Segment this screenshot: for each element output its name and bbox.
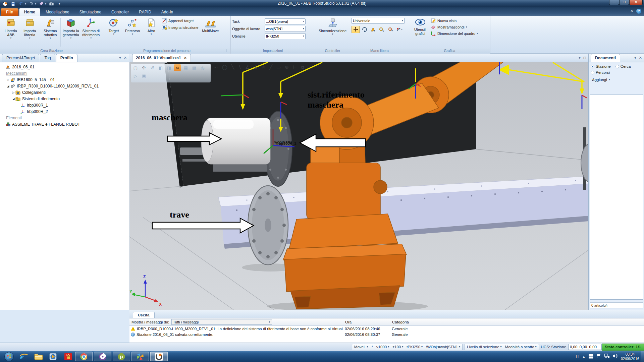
tab-uscita[interactable]: Uscita (133, 312, 155, 318)
sincronizzazione-button[interactable]: Sincronizzazione▾ (317, 17, 348, 37)
importa-libreria-button[interactable]: Importa libreria▾ (20, 17, 39, 41)
file-explorer-icon[interactable] (33, 352, 44, 361)
documents-list[interactable] (590, 95, 643, 300)
bittorrent-taskbar-button[interactable] (94, 352, 111, 361)
tree-item-irbp300r1[interactable]: Irbp300R_1 (1, 102, 129, 108)
view-shadow-icon[interactable]: ▩ (191, 64, 198, 71)
jog-reorient-tool-icon[interactable] (386, 26, 394, 33)
snap-layers-icon[interactable]: ⧉ (301, 64, 304, 70)
save-button[interactable] (10, 1, 16, 6)
tab-profilo[interactable]: Profilo (56, 54, 77, 62)
move-instruction-dropdown[interactable]: MoveL▾ (354, 345, 368, 349)
maximize-button[interactable]: ❐ (619, 0, 629, 5)
language-indicator[interactable]: IT (576, 354, 579, 359)
tree-item-station[interactable]: 2016_06_01 (1, 64, 129, 70)
utensili-grafici-button[interactable]: Utensili grafici (411, 17, 430, 37)
viewport-tab[interactable]: 2016_06_01:Visualizza1✕ (132, 54, 191, 62)
hidden-icons-chevron[interactable]: ▲ (582, 355, 585, 358)
tag-button[interactable] (38, 1, 44, 6)
zoom-fit-icon[interactable]: ✣ (141, 64, 147, 71)
snap-perp-icon[interactable]: ⊥ (254, 64, 258, 70)
orbit-icon[interactable]: ↺ (149, 64, 156, 71)
importa-geometria-button[interactable]: Importa la geometria▾ (61, 17, 80, 41)
tree-item-irbp300r2[interactable]: Irbp300R_2 (1, 108, 129, 115)
panel-menu-icon[interactable]: ▾ (119, 56, 121, 60)
redo-button[interactable] (28, 1, 34, 6)
nuova-vista-button[interactable]: Nuova vista (431, 18, 478, 23)
column-ora[interactable]: Ora (343, 320, 390, 324)
column-categoria[interactable]: Categoria (390, 320, 440, 324)
radio-percorsi[interactable]: Percorsi (591, 70, 610, 74)
sistema-robotico-button[interactable]: Sistema robotico▾ (41, 17, 60, 41)
tab-file[interactable]: File (1, 8, 18, 16)
tab-simulazione[interactable]: Simulazione (75, 8, 106, 16)
zone-dropdown[interactable]: z100▾ (392, 345, 403, 349)
redo-caret[interactable]: ▾ (35, 2, 36, 5)
snap-mode-dropdown[interactable]: Modalità a scatto▾ (505, 345, 537, 349)
show-desktop-button[interactable] (641, 351, 644, 362)
view-solid-icon[interactable]: ◧ (157, 64, 164, 71)
tab-percorsi-target[interactable]: Percorsi&Target (2, 54, 39, 62)
app-logo-icon[interactable] (2, 1, 8, 6)
perspective-icon[interactable]: ∞ (174, 64, 181, 71)
panel-close-icon[interactable]: ✕ (639, 56, 642, 60)
jog-linear-tool-icon[interactable] (378, 26, 386, 33)
expander-expanded-icon[interactable]: ◢ (6, 84, 10, 88)
mostra-nascondi-button[interactable]: Mostra/nascondi▾ (431, 24, 478, 30)
tree-item-irbp[interactable]: ◢ IRBP_R300_D1000-L1600_M2009_REV1_01 (1, 83, 129, 89)
snap-cross-icon[interactable]: ✕ (262, 64, 266, 70)
minimize-button[interactable]: — (609, 0, 619, 5)
jog-joint-tool-icon[interactable] (369, 26, 377, 33)
play-icon[interactable]: ▷ (132, 72, 139, 79)
taskbar-clock[interactable]: 08:34 02/06/2016 (621, 352, 639, 361)
view-settings-icon[interactable]: ▢ (132, 64, 139, 71)
chrome-taskbar-button[interactable] (75, 352, 93, 361)
tab-modellazione[interactable]: Modellazione (41, 8, 74, 16)
viewport-float-icon[interactable]: ⊡ (583, 56, 586, 60)
tab-home[interactable]: Home (19, 8, 40, 16)
apprendi-target-button[interactable]: Apprendi target (162, 18, 198, 23)
utorrent-taskbar-button[interactable]: µ (113, 352, 130, 361)
customize-qat-caret[interactable]: ▼ (56, 1, 62, 6)
view-grid-icon[interactable]: ▦ (182, 64, 189, 71)
output-message-row[interactable]: iStazione 2016_06_01 salvata correttamen… (129, 331, 644, 337)
snap-center-icon[interactable]: ◯ (222, 64, 227, 70)
robotstudio-taskbar-button[interactable] (150, 352, 168, 361)
snap-target-icon[interactable]: ⊚ (285, 64, 289, 70)
tree-item-sistemi-riferimento[interactable]: ◢ Sistemi di riferimento (1, 96, 129, 102)
aggiungi-button[interactable]: Aggiungi▾ (591, 77, 614, 82)
minimize-ribbon-icon[interactable]: ^ (631, 9, 633, 13)
tab-documenti[interactable]: Documenti (591, 54, 620, 62)
tree-item-collegamenti[interactable]: ▷ Collegamenti (1, 89, 129, 96)
radio-cerca[interactable]: Cerca (615, 64, 631, 68)
security-app-icon[interactable] (62, 352, 74, 361)
viewport-menu-icon[interactable]: ▾ (579, 56, 581, 60)
undo-button[interactable] (18, 1, 24, 6)
volume-icon[interactable] (612, 354, 618, 359)
expander-collapsed-icon[interactable]: ▷ (11, 91, 15, 94)
tab-addin[interactable]: Add-In (157, 8, 178, 16)
altro-button[interactable]: Altro▾ (142, 17, 160, 37)
libreria-abb-button[interactable]: Libreria ABB▾ (1, 17, 20, 41)
help-icon[interactable]: ? (636, 9, 641, 14)
tag-caret[interactable]: ▾ (45, 2, 46, 5)
view-wireframe-icon[interactable]: ◨ (166, 64, 172, 71)
snap-diag-icon[interactable]: ╱ (270, 64, 272, 70)
selection-level-dropdown[interactable]: Livello di selezione▾ (467, 345, 502, 349)
snap-angle-icon[interactable]: ∠ (245, 64, 250, 70)
snap-box-icon[interactable]: ▭ (276, 64, 281, 70)
insegna-istruzione-button[interactable]: Insegna istruzione (162, 25, 198, 30)
speed-dropdown[interactable]: v1000▾ (376, 345, 389, 349)
tab-tag[interactable]: Tag (40, 54, 55, 62)
radio-stazione[interactable]: Stazione (591, 64, 611, 68)
network-icon[interactable] (604, 354, 609, 359)
output-message-row[interactable]: !IRBP_R300_D1000-L1600_M2009_REV1_01: La… (129, 326, 644, 331)
colorful-app-taskbar-button[interactable] (131, 352, 149, 361)
viewport-tab-close-icon[interactable]: ✕ (184, 56, 187, 60)
panel-close-icon[interactable]: ✕ (124, 56, 127, 60)
close-button[interactable]: ✕ (629, 0, 643, 5)
undo-caret[interactable]: ▾ (25, 2, 26, 5)
start-button[interactable] (3, 352, 15, 361)
wobj-dropdown[interactable]: \WObj:=wobjSTN1▾ (426, 345, 460, 349)
rotate-tool-icon[interactable] (360, 26, 368, 33)
